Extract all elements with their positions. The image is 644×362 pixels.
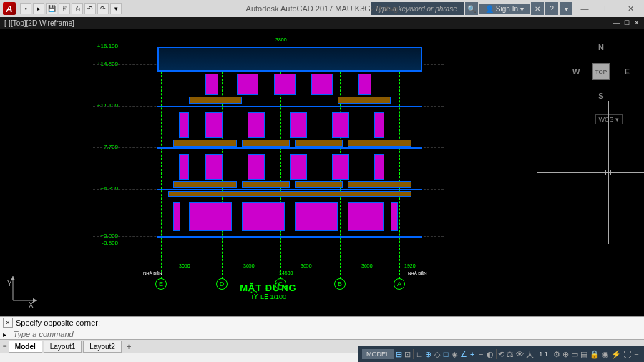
window: [205, 74, 218, 95]
tab-add-button[interactable]: +: [123, 341, 135, 353]
viewcube[interactable]: N S E W TOP: [572, 43, 630, 100]
workspace-icon[interactable]: ⚙: [553, 348, 560, 361]
ucs-icon[interactable]: Y X: [7, 270, 43, 309]
drawing-scale: TỶ LỆ 1/100: [240, 293, 296, 300]
grid-toggle-icon[interactable]: ⊞: [396, 348, 402, 361]
tab-layout1[interactable]: Layout1: [44, 341, 82, 353]
window: [179, 112, 189, 138]
new-icon[interactable]: ▫: [20, 3, 31, 14]
selection-cycling-icon[interactable]: ⟲: [498, 348, 504, 361]
ucs-x-label: X: [29, 301, 34, 309]
elevation-mark: -0.500: [86, 240, 118, 246]
cornice: [168, 191, 411, 197]
search-submit-icon[interactable]: 🔍: [465, 2, 478, 15]
window: [290, 112, 307, 138]
dimension: 1920: [404, 263, 416, 268]
window: [205, 112, 223, 138]
viewport-label[interactable]: [-][Top][2D Wireframe]: [4, 19, 74, 27]
lineweight-icon[interactable]: ≡: [478, 348, 484, 361]
help-dropdown-icon[interactable]: ▾: [560, 2, 572, 15]
3dosnap-icon[interactable]: ◈: [452, 348, 458, 361]
dimension: 3800: [275, 37, 287, 42]
viewcube-top[interactable]: TOP: [592, 63, 610, 80]
cmdline-handle-icon[interactable]: ▸_: [3, 331, 11, 338]
signin-button[interactable]: 👤 Sign In ▾: [479, 4, 530, 14]
transparency-icon[interactable]: ◐: [487, 348, 494, 361]
grid-bubble: E: [155, 278, 167, 290]
open-icon[interactable]: ▸: [33, 3, 44, 14]
tabs-menu-icon[interactable]: ≡: [3, 343, 7, 351]
wcs-dropdown[interactable]: WCS ▾: [595, 114, 623, 124]
qat-dropdown-icon[interactable]: ▾: [110, 3, 122, 14]
balcony: [242, 181, 290, 188]
vp-minimize-icon[interactable]: —: [613, 19, 620, 26]
customize-icon[interactable]: ≡: [633, 348, 640, 361]
viewcube-west[interactable]: W: [572, 67, 580, 76]
annotation-scale-value[interactable]: 1:1: [536, 351, 551, 358]
dynamic-input-icon[interactable]: +: [469, 348, 476, 361]
window: [332, 154, 349, 180]
storefront: [295, 202, 338, 231]
help-icon[interactable]: ?: [545, 2, 558, 15]
grid-bubble: A: [394, 278, 405, 290]
polar-toggle-icon[interactable]: ⊕: [425, 348, 431, 361]
status-bar: MODEL ⊞ ⊡ ∟ ⊕ ◇ □ ◈ ∠ + ≡ ◐ ⟲ ⚖ 👁 人 1:1 …: [358, 346, 644, 362]
close-button[interactable]: ✕: [620, 2, 641, 15]
balcony: [173, 140, 237, 147]
modelspace-toggle[interactable]: MODEL: [362, 349, 394, 359]
viewcube-east[interactable]: E: [625, 67, 630, 76]
grid-label-right: NHÀ BÊN: [408, 271, 427, 275]
command-input[interactable]: Type a command: [14, 330, 74, 338]
ortho-toggle-icon[interactable]: ∟: [416, 348, 424, 361]
balcony: [338, 97, 391, 104]
floor-line: [157, 147, 422, 149]
quickproperties-icon[interactable]: ▤: [580, 348, 587, 361]
vp-close-icon[interactable]: ✕: [634, 19, 640, 26]
tab-model[interactable]: Model: [9, 341, 42, 353]
snap-toggle-icon[interactable]: ⊡: [404, 348, 411, 361]
vp-maximize-icon[interactable]: ☐: [624, 19, 630, 26]
window: [374, 112, 384, 138]
osnap-toggle-icon[interactable]: □: [443, 348, 449, 361]
lock-ui-icon[interactable]: 🔒: [590, 348, 600, 361]
saveas-icon[interactable]: ⎘: [59, 3, 70, 14]
isodraft-icon[interactable]: ◇: [434, 348, 440, 361]
command-line[interactable]: × Specify opposite corner: ▸_ Type a com…: [0, 316, 644, 339]
plot-icon[interactable]: ⎙: [72, 3, 83, 14]
storefront: [348, 202, 384, 231]
viewport-header: [-][Top][2D Wireframe] — ☐ ✕: [0, 17, 644, 29]
redo-icon[interactable]: ↷: [97, 3, 109, 14]
tab-layout2[interactable]: Layout2: [83, 341, 122, 353]
balcony: [189, 97, 242, 104]
viewcube-south[interactable]: S: [598, 92, 603, 100]
dimension: 3650: [361, 263, 373, 268]
cleanscreen-icon[interactable]: ⛶: [623, 348, 631, 361]
window: [358, 74, 371, 95]
isolate-icon[interactable]: ◉: [602, 348, 609, 361]
window: [332, 112, 349, 138]
cmdline-close-icon[interactable]: ×: [3, 318, 13, 328]
balcony: [348, 181, 411, 188]
viewcube-north[interactable]: N: [598, 43, 604, 52]
autoscale-icon[interactable]: 人: [526, 348, 534, 361]
quick-access-toolbar: ▫ ▸ 💾 ⎘ ⎙ ↶ ↷ ▾: [20, 3, 122, 14]
storefront: [189, 202, 232, 231]
window: [311, 74, 333, 95]
exchange-icon[interactable]: ✕: [531, 2, 544, 15]
ucs-y-label: Y: [7, 280, 12, 288]
units-icon[interactable]: ▭: [571, 348, 578, 361]
undo-icon[interactable]: ↶: [84, 3, 96, 14]
annotation-scale-icon[interactable]: ⚖: [507, 348, 514, 361]
annotation-monitor-icon[interactable]: ⊕: [562, 348, 569, 361]
app-logo[interactable]: A: [3, 2, 16, 15]
window: [248, 112, 265, 138]
minimize-button[interactable]: —: [574, 2, 595, 15]
save-icon[interactable]: 💾: [46, 3, 57, 14]
maximize-button[interactable]: ☐: [597, 2, 618, 15]
drawing-content: +16.100 +14.500 +11.100 +7.700 +4.300 +0…: [93, 36, 444, 300]
command-history: Specify opposite corner:: [16, 318, 100, 327]
otrack-toggle-icon[interactable]: ∠: [460, 348, 467, 361]
hardware-accel-icon[interactable]: ⚡: [611, 348, 621, 361]
drawing-canvas[interactable]: N S E W TOP WCS ▾ +16.100 +14.500 +11.10…: [0, 29, 644, 316]
annotation-visibility-icon[interactable]: 👁: [516, 348, 524, 361]
